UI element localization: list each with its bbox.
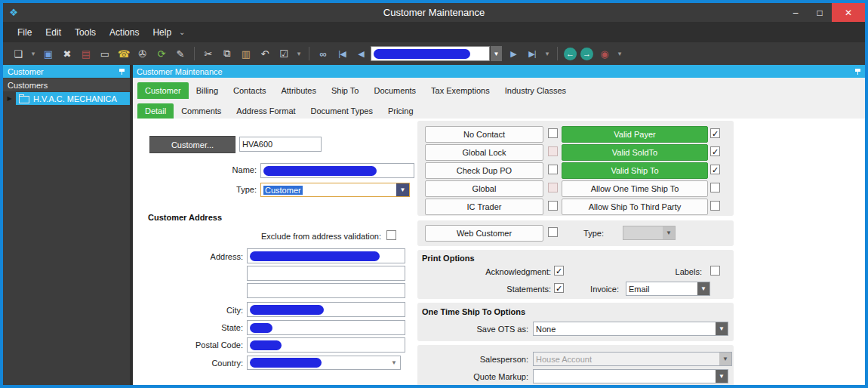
acknowledgment-checkbox[interactable]: ✓ [554, 266, 564, 276]
valid-payer-button[interactable]: Valid Payer [562, 126, 708, 143]
toolbar-overflow-caret-icon[interactable]: ▾ [294, 45, 304, 62]
quote-markup-dropdown-icon[interactable]: ▼ [716, 370, 728, 383]
delete-icon[interactable]: ✖ [58, 45, 76, 62]
menu-actions[interactable]: Actions [103, 24, 146, 41]
allow-one-time-ship-to-button[interactable]: Allow One Time Ship To [562, 180, 708, 197]
ic-trader-button[interactable]: IC Trader [425, 199, 543, 215]
new-icon[interactable]: ❏ [9, 45, 27, 62]
valid-soldto-button[interactable]: Valid SoldTo [562, 144, 708, 161]
valid-ship-to-checkbox[interactable]: ✓ [710, 165, 720, 174]
paste-icon[interactable]: ▥ [237, 45, 255, 62]
menu-help[interactable]: Help [146, 24, 178, 41]
notes-book-icon[interactable]: ▤ [77, 45, 95, 62]
country-dropdown-icon[interactable]: ▼ [388, 356, 400, 369]
verify-icon[interactable]: ☑ [275, 45, 293, 62]
menu-tools[interactable]: Tools [68, 24, 103, 41]
type-combo[interactable]: Customer ▼ [260, 183, 410, 197]
pin-icon[interactable] [854, 68, 861, 75]
city-label: City: [168, 306, 243, 315]
sign-icon[interactable]: ✎ [171, 45, 189, 62]
tab-billing[interactable]: Billing [189, 82, 226, 99]
allow-ship-to-third-party-checkbox[interactable] [710, 201, 720, 211]
tab-document-types[interactable]: Document Types [303, 103, 380, 119]
cut-icon[interactable]: ✂ [199, 45, 217, 62]
tab-customer[interactable]: Customer [137, 82, 189, 99]
record-combo-dropdown-icon[interactable]: ▼ [491, 46, 502, 61]
ic-trader-checkbox[interactable] [548, 201, 558, 211]
tab-tax-exemptions[interactable]: Tax Exemptions [423, 82, 497, 99]
minimize-button[interactable]: – [783, 3, 808, 22]
allow-ship-to-third-party-button[interactable]: Allow Ship To Third Party [562, 199, 708, 215]
global-lock-button[interactable]: Global Lock [425, 144, 543, 161]
address-field-1[interactable] [247, 248, 405, 263]
tab-documents[interactable]: Documents [366, 82, 423, 99]
statements-checkbox[interactable]: ✓ [554, 283, 564, 293]
menu-edit[interactable]: Edit [38, 24, 68, 41]
allow-one-time-ship-to-checkbox[interactable] [710, 183, 720, 192]
customer-id-field[interactable]: HVA600 [239, 137, 322, 152]
attachment-icon[interactable]: ✇ [134, 45, 152, 62]
new-dropdown-caret-icon[interactable]: ▾ [28, 45, 38, 62]
check-dup-po-button[interactable]: Check Dup PO [425, 162, 543, 179]
city-field[interactable] [247, 302, 405, 317]
save-icon[interactable]: ▣ [39, 45, 57, 62]
close-button[interactable]: ✕ [832, 3, 865, 22]
next-record-icon[interactable]: ▶ [504, 45, 522, 62]
address-field-2[interactable] [247, 266, 405, 281]
postal-code-field[interactable] [247, 337, 405, 353]
expander-icon[interactable]: ▶ [3, 95, 16, 102]
valid-soldto-checkbox[interactable]: ✓ [710, 146, 720, 156]
web-customer-button[interactable]: Web Customer [425, 225, 543, 242]
web-type-combo[interactable]: ▼ [623, 226, 676, 240]
exclude-validation-checkbox[interactable] [386, 230, 396, 240]
check-dup-po-checkbox[interactable] [548, 165, 558, 174]
tab-comments[interactable]: Comments [174, 103, 229, 119]
phone-icon[interactable]: ☎ [115, 45, 133, 62]
menu-file[interactable]: File [11, 24, 38, 41]
no-contact-checkbox[interactable] [548, 128, 558, 138]
forward-icon[interactable]: → [580, 48, 593, 60]
tab-detail[interactable]: Detail [137, 103, 174, 119]
tree-panel-header: Customer [3, 65, 130, 78]
pin-icon[interactable] [119, 68, 125, 75]
nav-overflow-caret-icon[interactable]: ▾ [542, 45, 553, 62]
undo-icon[interactable]: ↶ [256, 45, 274, 62]
find-icon[interactable]: ∞ [314, 45, 332, 62]
web-type-dropdown-icon[interactable]: ▼ [663, 226, 675, 239]
quote-markup-combo[interactable]: ▼ [533, 369, 728, 383]
tab-ship-to[interactable]: Ship To [324, 82, 367, 99]
global-button[interactable]: Global [425, 180, 543, 197]
record-search-combo[interactable] [371, 46, 490, 61]
name-field[interactable] [260, 163, 414, 178]
back-icon[interactable]: ← [564, 48, 577, 60]
valid-ship-to-button[interactable]: Valid Ship To [562, 162, 708, 179]
customer-lookup-button[interactable]: Customer... [149, 136, 235, 153]
type-dropdown-icon[interactable]: ▼ [396, 183, 409, 196]
prev-record-icon[interactable]: ◀ [352, 45, 370, 62]
target-icon[interactable]: ◉ [596, 45, 614, 62]
maximize-button[interactable]: □ [808, 3, 832, 22]
valid-payer-checkbox[interactable]: ✓ [710, 128, 720, 138]
last-record-icon[interactable]: ▶| [523, 45, 541, 62]
invoice-combo[interactable]: Email ▼ [626, 282, 710, 296]
state-field[interactable] [247, 320, 405, 335]
country-combo[interactable]: ▼ [247, 356, 401, 370]
tab-attributes[interactable]: Attributes [273, 82, 323, 99]
save-ots-dropdown-icon[interactable]: ▼ [716, 322, 728, 335]
address-field-3[interactable] [247, 283, 405, 298]
tab-pricing[interactable]: Pricing [380, 103, 421, 119]
history-caret-icon[interactable]: ▾ [614, 45, 625, 62]
tab-contacts[interactable]: Contacts [226, 82, 273, 99]
tab-address-format[interactable]: Address Format [229, 103, 303, 119]
tab-industry-classes[interactable]: Industry Classes [497, 82, 574, 99]
menu-overflow-caret-icon[interactable]: ⌄ [179, 28, 185, 36]
no-contact-button[interactable]: No Contact [425, 126, 543, 143]
chat-icon[interactable]: ▭ [96, 45, 114, 62]
save-ots-combo[interactable]: None ▼ [533, 322, 728, 336]
labels-checkbox[interactable] [710, 266, 720, 276]
tree-item-customer[interactable]: H.V.A.C. MECHANICA [16, 92, 130, 105]
invoice-dropdown-icon[interactable]: ▼ [697, 282, 709, 295]
first-record-icon[interactable]: |◀ [333, 45, 351, 62]
refresh-icon[interactable]: ⟳ [152, 45, 171, 62]
copy-icon[interactable]: ⧉ [218, 45, 236, 62]
